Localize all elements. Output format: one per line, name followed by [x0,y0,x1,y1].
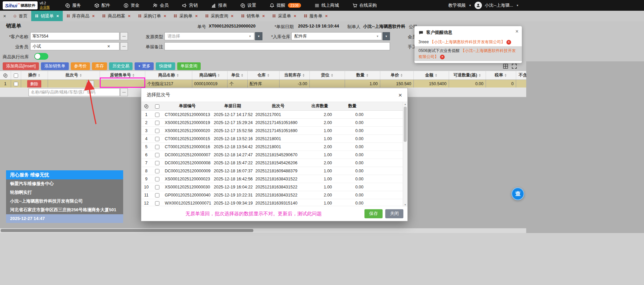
tab-close-icon[interactable]: × [262,13,265,18]
tab-item[interactable]: 销退单× [31,11,63,21]
batch-qty[interactable]: 0.00 [337,119,368,127]
batch-qty[interactable]: 0.00 [337,143,368,151]
modal-column-settings-header[interactable] [141,102,151,111]
batch-qty[interactable]: 0.00 [337,151,368,159]
batch-row-checkbox[interactable] [155,161,159,165]
batch-qty[interactable]: 0.00 [337,199,368,207]
modal-select-all-checkbox[interactable] [155,104,159,109]
topbar-menu-item[interactable]: 设置 [240,2,256,8]
tab-item[interactable]: 采购订单× [134,11,170,21]
horizontal-scrollbar[interactable] [0,228,526,233]
select-all-checkbox[interactable] [14,73,18,78]
toolbar-button[interactable]: 快捷键 [156,62,175,70]
batch-qty[interactable]: 0.00 [337,127,368,135]
modal-close-icon[interactable]: × [398,92,402,98]
column-settings-header[interactable] [0,71,11,80]
dismiss-reminder-icon[interactable]: × [506,40,511,45]
column-header[interactable]: 商品名称 [145,71,192,80]
modal-column-header[interactable]: 单据编号 [163,102,212,111]
tab-close-icon[interactable]: × [294,13,296,18]
tab-close-icon[interactable]: × [128,13,131,18]
toolbar-button[interactable]: 参考价 [71,62,90,70]
batch-row-checkbox[interactable] [155,201,159,206]
topbar-menu-item[interactable]: 资金 [123,2,139,8]
topbar-menu-item[interactable]: 配件 [94,2,110,8]
close-button[interactable]: 关闭 [385,209,403,218]
column-header[interactable]: 不含税单价 [516,71,526,80]
batch-row-checkbox[interactable] [155,113,159,117]
batch-row-checkbox[interactable] [155,129,159,133]
invoice-type-select[interactable]: 请选择 ▼ [164,32,254,40]
tab-close-icon[interactable]: × [231,13,234,18]
batch-picker-button[interactable] [87,80,94,87]
batch-qty[interactable]: 0.00 [337,111,368,119]
column-header[interactable]: 批次号 [48,71,100,80]
modal-column-header[interactable]: 批次号 [253,102,303,111]
batch-row[interactable]: 9XS000120251200000232025-12-18 16:42:562… [141,175,403,183]
tab-item[interactable]: 采购查询× [201,11,237,21]
tab-item[interactable]: 采退单× [268,11,300,21]
row-checkbox[interactable] [14,82,18,86]
product-search-input[interactable] [29,88,120,96]
batch-row[interactable]: 4CT000120251200000152025-12-18 13:52:162… [141,135,403,143]
modal-column-header[interactable]: 数量 [337,102,368,111]
toolbar-button[interactable]: 添加销售单 [41,62,69,70]
user-avatar[interactable] [475,2,482,9]
batch-row-checkbox[interactable] [155,121,159,125]
batch-row-checkbox[interactable] [155,137,159,141]
batch-qty[interactable]: 0.00 [337,191,368,199]
batch-qty[interactable]: 0.00 [337,183,368,191]
batch-qty[interactable]: 0.00 [337,175,368,183]
tab-close-icon[interactable]: × [164,13,166,18]
modal-select-all-header[interactable] [151,102,163,111]
table-row[interactable]: 1删除个别指定12170000100019个配件库-3.001.00150.54… [0,80,526,88]
outbound-toggle[interactable] [34,53,48,60]
tab-item[interactable]: 库存商品× [63,11,99,21]
batch-qty[interactable]: 0.00 [337,135,368,143]
horizontal-scrollbar-thumb[interactable] [1,229,253,232]
topbar-menu-item[interactable]: 提醒2108 [269,2,301,8]
delete-row-button[interactable]: 删除 [27,80,41,88]
topbar-menu-item[interactable]: 营销 [182,2,198,8]
tab-item[interactable]: 商品档案× [98,11,134,21]
warehouse-dropdown-button[interactable]: ▼ [383,32,390,40]
tab-close-icon[interactable]: × [56,13,59,18]
batch-row[interactable]: 3XS000120251200000202025-12-17 15:52:582… [141,127,403,135]
column-header[interactable]: 可退数量(基) [449,71,486,80]
salesman-picker-button[interactable] [120,42,128,50]
toolbar-button[interactable]: 库存 [92,62,107,70]
batch-row[interactable]: 8DC000120251200000092025-12-18 16:07:372… [141,167,403,175]
batch-row-checkbox[interactable] [155,169,159,173]
batch-row-checkbox[interactable] [155,185,159,189]
column-header[interactable]: 金额 [413,71,449,80]
tab-item[interactable]: 销售单× [237,11,269,21]
toolbar-button[interactable]: 添加商品[Insert] [3,62,39,70]
modal-column-header[interactable]: 出库数量 [303,102,337,111]
column-header[interactable]: 数量 [345,71,380,80]
video-menu-item[interactable]: 教学视频 [448,2,466,8]
batch-row[interactable]: 11GP000120251200000402025-12-19 10:22:31… [141,191,403,199]
column-header[interactable]: 商品编码 [192,71,227,80]
column-header[interactable]: 当前库存 [279,71,309,80]
topbar-menu-item[interactable]: 服务 [65,2,81,8]
batch-row[interactable]: 12WX000120251200000712025-12-19 09:34:19… [141,199,403,207]
clear-icon[interactable]: × [107,44,110,49]
column-header[interactable]: 仓库 [247,71,279,80]
batch-row-checkbox[interactable] [155,153,159,157]
original-sales-order-cell[interactable] [100,80,145,88]
tab-item[interactable]: 首页 [9,11,31,21]
save-button[interactable]: 保存 [364,209,383,218]
modal-column-header[interactable]: 单据日期 [212,102,253,111]
tab-close-icon[interactable]: × [195,13,198,18]
batch-row-checkbox[interactable] [155,145,159,149]
toolbar-button[interactable]: 单据查询 [177,62,201,70]
column-header[interactable]: 货位 [309,71,345,80]
customer-input[interactable] [30,32,119,40]
salesman-input[interactable] [30,42,119,50]
floating-search-button[interactable]: 查 [511,187,524,200]
toolbar-button[interactable]: 历史交易 [109,62,133,70]
batch-row-checkbox[interactable] [155,177,159,181]
reminder-panel-close-icon[interactable]: × [515,29,518,34]
batch-qty[interactable]: 0.00 [337,159,368,167]
batch-row[interactable]: 1CT000120251200000132025-12-17 14:17:522… [141,111,403,119]
